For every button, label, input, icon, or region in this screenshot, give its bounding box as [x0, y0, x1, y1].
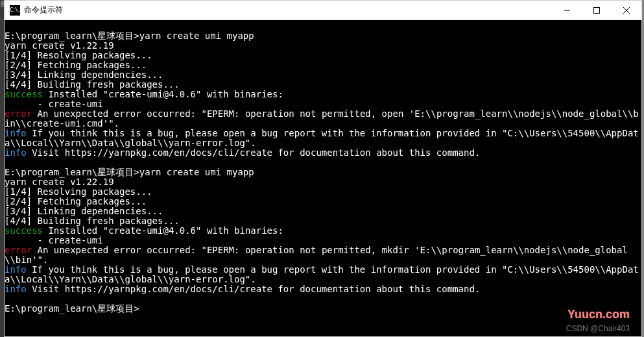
cmd-icon: C:\.: [10, 5, 20, 16]
terminal-text: [1/4] Resolving packages...: [5, 50, 152, 60]
terminal-line: yarn create v1.22.19: [5, 41, 639, 51]
terminal-text: Installed "create-umi@4.0.6" with binari…: [43, 225, 283, 236]
terminal-text: Installed "create-umi@4.0.6" with binari…: [43, 89, 283, 99]
terminal-text: E:\program_learn\星球项目>: [5, 303, 139, 314]
window-controls: [552, 1, 641, 19]
terminal-line: [2/4] Fetching packages...: [5, 60, 639, 70]
svg-rect-1: [594, 7, 600, 13]
terminal-text: success: [5, 225, 43, 236]
terminal-line: - create-umi: [5, 99, 639, 109]
terminal-text: [3/4] Linking dependencies...: [5, 69, 163, 80]
terminal-line: E:\program_learn\星球项目>yarn create umi my…: [5, 31, 639, 41]
terminal-line: info If you think this is a bug, please …: [5, 129, 639, 148]
terminal-line: [1/4] Resolving packages...: [5, 51, 639, 60]
command-prompt-window: C:\. 命令提示符 E:\program_learn\星球项目>yarn cr…: [4, 0, 642, 337]
terminal-text: [1/4] Resolving packages...: [5, 186, 152, 197]
terminal-text: E:\program_learn\星球项目>yarn create umi my…: [5, 31, 254, 41]
terminal-line: [5, 21, 639, 31]
terminal-text: success: [5, 89, 43, 99]
terminal-text: An unexpected error occurred: "EPERM: op…: [5, 108, 639, 129]
terminal-text: info: [5, 147, 27, 158]
terminal-text: [4/4] Building fresh packages...: [5, 216, 180, 226]
terminal-line: info Visit https://yarnpkg.com/en/docs/c…: [5, 284, 639, 294]
close-button[interactable]: [612, 1, 641, 19]
terminal-text: [4/4] Building fresh packages...: [5, 79, 180, 90]
terminal-text: If you think this is a bug, please open …: [5, 264, 639, 284]
titlebar[interactable]: C:\. 命令提示符: [5, 1, 641, 20]
terminal-text: An unexpected error occurred: "EPERM: op…: [5, 245, 628, 265]
terminal-line: error An unexpected error occurred: "EPE…: [5, 109, 639, 129]
terminal-line: [5, 158, 639, 168]
terminal-text: error: [5, 245, 32, 255]
terminal-line: info If you think this is a bug, please …: [5, 265, 639, 284]
terminal-text: Visit https://yarnpkg.com/en/docs/cli/cr…: [27, 147, 481, 158]
terminal-line: [4/4] Building fresh packages...: [5, 216, 639, 226]
terminal-line: E:\program_learn\星球项目>: [5, 304, 639, 314]
terminal-line: yarn create v1.22.19: [5, 177, 639, 187]
terminal-line: [4/4] Building fresh packages...: [5, 80, 639, 90]
terminal-line: error An unexpected error occurred: "EPE…: [5, 245, 639, 265]
terminal-line: E:\program_learn\星球项目>yarn create umi my…: [5, 168, 639, 177]
terminal-text: yarn create v1.22.19: [5, 40, 114, 51]
terminal-text: E:\program_learn\星球项目>yarn create umi my…: [5, 167, 254, 177]
terminal-text: If you think this is a bug, please open …: [5, 128, 639, 148]
terminal-text: error: [5, 108, 32, 119]
terminal-line: [2/4] Fetching packages...: [5, 197, 639, 206]
terminal-text: [2/4] Fetching packages...: [5, 60, 147, 70]
terminal-line: [5, 294, 639, 304]
terminal-line: [1/4] Resolving packages...: [5, 187, 639, 197]
terminal-text: Visit https://yarnpkg.com/en/docs/cli/cr…: [27, 284, 481, 294]
terminal-line: info Visit https://yarnpkg.com/en/docs/c…: [5, 148, 639, 158]
terminal-line: success Installed "create-umi@4.0.6" wit…: [5, 90, 639, 99]
terminal-line: [3/4] Linking dependencies...: [5, 206, 639, 216]
terminal-text: - create-umi: [5, 99, 103, 109]
terminal-line: [3/4] Linking dependencies...: [5, 70, 639, 80]
terminal-line: - create-umi: [5, 236, 639, 245]
terminal-output[interactable]: E:\program_learn\星球项目>yarn create umi my…: [5, 20, 641, 336]
terminal-text: [2/4] Fetching packages...: [5, 196, 147, 206]
terminal-text: info: [5, 264, 27, 275]
terminal-text: info: [5, 284, 27, 294]
terminal-text: [3/4] Linking dependencies...: [5, 206, 163, 216]
window-title: 命令提示符: [24, 5, 63, 16]
minimize-button[interactable]: [552, 1, 582, 19]
terminal-text: info: [5, 128, 27, 138]
terminal-text: yarn create v1.22.19: [5, 177, 114, 187]
maximize-button[interactable]: [582, 1, 612, 19]
terminal-line: success Installed "create-umi@4.0.6" wit…: [5, 226, 639, 236]
terminal-text: - create-umi: [5, 235, 103, 245]
